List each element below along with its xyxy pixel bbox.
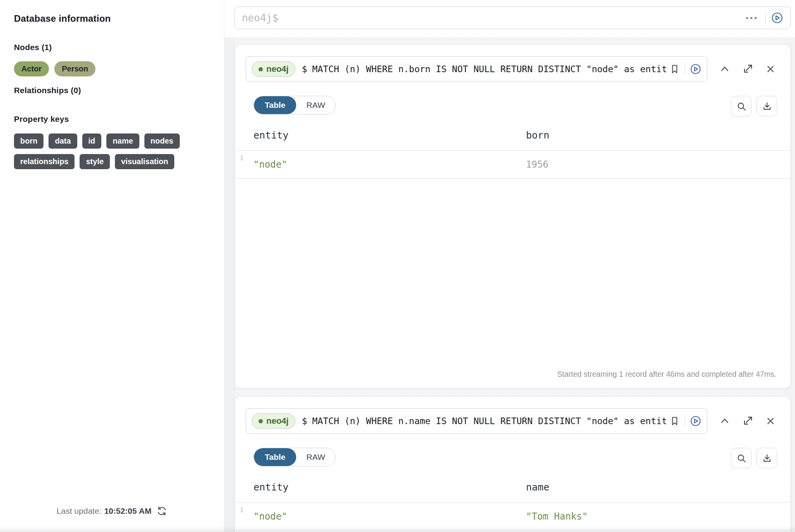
play-circle-icon[interactable] — [690, 63, 701, 75]
cell-born: 1956 — [526, 159, 790, 170]
table-header: entity born — [235, 130, 790, 151]
refresh-icon[interactable] — [156, 506, 167, 516]
node-label-actor[interactable]: Actor — [14, 61, 49, 76]
property-key-nodes[interactable]: nodes — [144, 133, 180, 149]
table-row: 1 "node" "Tom Hanks" — [235, 503, 790, 531]
nodes-header: Nodes (1) — [14, 43, 210, 52]
result-tools — [731, 96, 777, 116]
property-key-visualisation[interactable]: visualisation — [115, 154, 174, 169]
download-icon[interactable] — [757, 448, 777, 468]
play-circle-icon[interactable] — [690, 415, 701, 427]
ellipsis-icon[interactable] — [743, 17, 760, 19]
divider — [685, 415, 685, 427]
status-message: Started streaming 1 record after 46ms an… — [557, 370, 776, 379]
query-bar[interactable]: neo4j $ MATCH (n) WHERE n.name IS NOT NU… — [246, 408, 707, 434]
property-key-id[interactable]: id — [82, 133, 102, 149]
frame-actions — [719, 63, 776, 75]
column-header: name — [526, 482, 790, 493]
cell-entity: "node" — [253, 511, 526, 522]
node-label-person[interactable]: Person — [54, 61, 95, 76]
table-header: entity name — [235, 482, 790, 503]
download-icon[interactable] — [757, 96, 777, 116]
result-frame-name: neo4j $ MATCH (n) WHERE n.name IS NOT NU… — [234, 397, 791, 532]
frame-controls: Table RAW — [235, 82, 790, 116]
frame-controls: Table RAW — [235, 434, 790, 468]
property-key-name[interactable]: name — [106, 133, 139, 149]
expand-icon[interactable] — [742, 415, 753, 427]
query-bar-icons — [669, 63, 701, 75]
chevron-up-icon[interactable] — [719, 415, 731, 427]
close-icon[interactable] — [765, 63, 776, 75]
tab-table[interactable]: Table — [254, 96, 296, 114]
database-name: neo4j — [266, 64, 288, 74]
property-key-born[interactable]: born — [14, 133, 43, 149]
close-icon[interactable] — [765, 415, 776, 427]
query-bar-icons — [669, 415, 701, 427]
editor-actions — [743, 12, 783, 24]
frame-header: neo4j $ MATCH (n) WHERE n.born IS NOT NU… — [235, 45, 790, 82]
divider — [765, 12, 765, 24]
result-frame-born: neo4j $ MATCH (n) WHERE n.born IS NOT NU… — [234, 45, 791, 388]
view-toggle: Table RAW — [253, 448, 336, 466]
last-update-label: Last update: — [57, 506, 102, 516]
result-tools — [731, 448, 777, 468]
divider — [685, 63, 685, 75]
expand-icon[interactable] — [742, 63, 753, 75]
scrollbar-gutter[interactable] — [224, 37, 234, 532]
last-update-time: 10:52:05 AM — [104, 506, 151, 516]
bookmark-icon[interactable] — [669, 64, 680, 75]
stream-area: neo4j$ neo4j $ MATCH (n) WHERE n.born IS… — [234, 0, 795, 532]
last-update: Last update: 10:52:05 AM — [0, 506, 224, 516]
view-toggle: Table RAW — [253, 96, 336, 114]
tab-raw[interactable]: RAW — [296, 96, 335, 114]
prompt-symbol: $ — [302, 416, 307, 426]
database-info-panel: Database information Nodes (1) Actor Per… — [0, 0, 224, 532]
database-pill: neo4j — [252, 61, 295, 77]
chevron-up-icon[interactable] — [719, 63, 731, 75]
database-status-dot — [259, 419, 263, 423]
column-header: entity — [253, 482, 526, 493]
prompt-symbol: $ — [302, 64, 307, 74]
cell-name: "Tom Hanks" — [526, 511, 790, 522]
database-pill: neo4j — [252, 413, 295, 429]
table-row: 1 "node" 1956 — [235, 151, 790, 179]
cypher-editor-input[interactable]: neo4j$ — [234, 7, 791, 29]
database-status-dot — [259, 67, 263, 71]
property-keys-header: Property keys — [14, 114, 210, 124]
row-number: 1 — [240, 155, 243, 162]
query-bar[interactable]: neo4j $ MATCH (n) WHERE n.born IS NOT NU… — [246, 56, 707, 82]
editor-placeholder: neo4j$ — [242, 12, 743, 24]
column-header: born — [526, 130, 790, 141]
relationships-header: Relationships (0) — [14, 86, 210, 95]
property-key-style[interactable]: style — [80, 154, 110, 169]
property-key-relationships[interactable]: relationships — [14, 154, 75, 169]
tab-table[interactable]: Table — [254, 448, 296, 466]
search-icon[interactable] — [731, 448, 752, 468]
column-header: entity — [253, 130, 526, 141]
frame-actions — [719, 415, 776, 427]
row-number: 1 — [240, 507, 243, 514]
cell-entity: "node" — [253, 159, 526, 170]
play-circle-icon[interactable] — [771, 12, 783, 24]
search-icon[interactable] — [731, 96, 752, 116]
bookmark-icon[interactable] — [669, 416, 680, 426]
property-keys: born data id name nodes relationships st… — [14, 133, 185, 169]
panel-title: Database information — [14, 13, 210, 24]
frame-header: neo4j $ MATCH (n) WHERE n.name IS NOT NU… — [235, 397, 790, 434]
property-key-data[interactable]: data — [49, 133, 77, 149]
database-name: neo4j — [266, 416, 288, 426]
tab-raw[interactable]: RAW — [296, 448, 335, 466]
node-labels: Actor Person — [14, 61, 210, 76]
query-text: MATCH (n) WHERE n.born IS NOT NULL RETUR… — [312, 64, 666, 74]
query-text: MATCH (n) WHERE n.name IS NOT NULL RETUR… — [312, 416, 666, 426]
